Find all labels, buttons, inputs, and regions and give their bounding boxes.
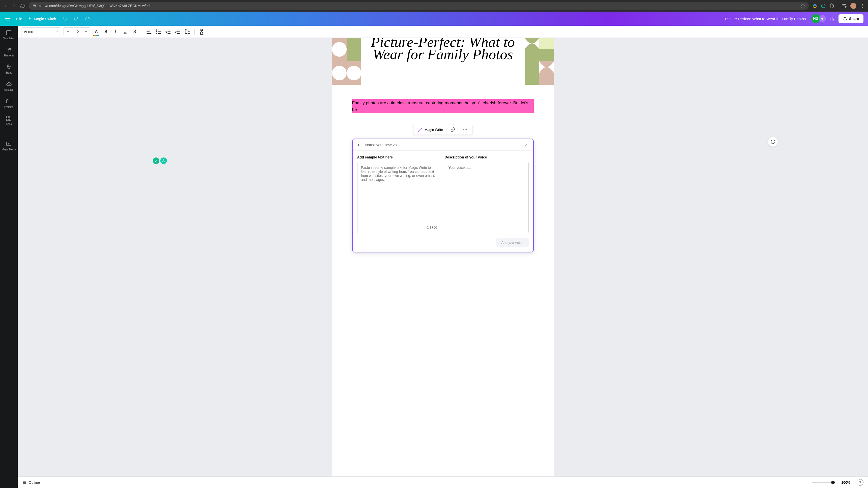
workspace: Templates Elements Brand Uploads Project… <box>0 26 868 488</box>
highlighted-text-selection[interactable]: Family photos are a timeless treasure, c… <box>352 99 534 113</box>
collaborator-cursor-1 <box>152 157 160 164</box>
kebab-menu-icon[interactable] <box>860 3 865 8</box>
site-settings-icon[interactable] <box>32 4 36 8</box>
bookmark-star-icon[interactable] <box>801 3 805 8</box>
format-painter-button[interactable] <box>198 28 205 35</box>
line-spacing-button[interactable] <box>184 28 191 35</box>
share-button[interactable]: Share <box>838 14 864 23</box>
elements-icon <box>6 47 12 53</box>
zoom-slider-thumb[interactable] <box>831 481 835 484</box>
profile-avatar[interactable] <box>850 3 857 9</box>
extension-icon-1[interactable] <box>821 3 826 8</box>
rail-elements[interactable]: Elements <box>3 47 14 57</box>
hamburger-menu-icon[interactable] <box>4 15 10 22</box>
rail-templates[interactable]: Templates <box>3 30 14 40</box>
font-family-select[interactable]: Arimo <box>21 28 61 36</box>
sample-text-textarea[interactable] <box>361 165 437 224</box>
drive-icon[interactable] <box>812 3 817 8</box>
more-options-button[interactable] <box>460 126 471 134</box>
svg-marker-2 <box>801 4 805 7</box>
document-page[interactable]: Picture-Perfect: What to Wear for Family… <box>332 38 554 477</box>
left-side-rail: Templates Elements Brand Uploads Project… <box>0 26 18 488</box>
decoration-left <box>332 38 361 85</box>
magic-write-button[interactable]: Magic Write <box>415 126 446 133</box>
rail-label: Brand <box>5 71 12 74</box>
cloud-sync-icon[interactable] <box>85 16 91 22</box>
page-script-title[interactable]: Picture-Perfect: What to Wear for Family… <box>370 38 516 61</box>
magic-media-icon <box>6 141 12 147</box>
chrome-right-icons <box>812 3 865 9</box>
svg-point-64 <box>466 130 467 130</box>
extensions-puzzle-icon[interactable] <box>830 3 834 8</box>
close-icon[interactable] <box>524 142 529 147</box>
undo-icon[interactable] <box>62 16 67 22</box>
bullet-list-button[interactable] <box>155 28 162 35</box>
collaborator-cursors <box>153 158 167 164</box>
voice-name-input[interactable] <box>365 142 521 147</box>
description-textarea[interactable] <box>448 165 525 229</box>
playlist-icon[interactable] <box>842 3 847 8</box>
canvas-scroll-area[interactable]: Picture-Perfect: What to Wear for Family… <box>18 38 868 477</box>
link-button[interactable] <box>447 126 458 134</box>
italic-button[interactable]: I <box>112 28 119 35</box>
rail-magic-media[interactable]: Magic Media <box>2 141 16 151</box>
collaborator-cursor-2 <box>160 158 167 164</box>
brand-icon <box>6 64 12 70</box>
align-button[interactable] <box>146 28 153 35</box>
svg-rect-55 <box>347 38 361 61</box>
magic-switch-button[interactable]: Magic Switch <box>28 17 56 21</box>
help-button[interactable]: ? <box>857 479 864 486</box>
rail-label: Templates <box>3 37 14 40</box>
back-arrow-icon[interactable] <box>357 142 362 147</box>
editor-area: Arimo − + A B I U S <box>18 26 868 488</box>
outdent-button[interactable] <box>165 28 172 35</box>
regenerate-floating-button[interactable] <box>768 137 778 147</box>
apps-icon <box>6 116 12 122</box>
page-header-decoration: Picture-Perfect: What to Wear for Family… <box>332 38 554 85</box>
character-counter: 0/3750 <box>427 226 437 229</box>
nav-forward-icon[interactable] <box>11 3 17 8</box>
magic-switch-label: Magic Switch <box>34 17 56 21</box>
redo-icon[interactable] <box>73 16 79 22</box>
analytics-icon[interactable] <box>830 16 835 22</box>
font-size-input[interactable] <box>72 28 82 36</box>
svg-point-12 <box>862 5 863 6</box>
svg-point-13 <box>862 7 863 8</box>
text-toolbar: Arimo − + A B I U S <box>18 26 868 38</box>
indent-button[interactable] <box>174 28 181 35</box>
svg-point-57 <box>347 66 361 80</box>
share-arrow-icon <box>843 17 847 21</box>
magic-write-floating-toolbar: Magic Write <box>413 125 473 135</box>
rail-uploads[interactable]: Uploads <box>4 81 13 91</box>
font-size-decrease[interactable]: − <box>64 28 72 36</box>
rail-projects[interactable]: Projects <box>4 98 13 108</box>
strikethrough-button[interactable]: S <box>131 28 138 35</box>
nav-back-icon[interactable] <box>3 3 8 8</box>
modal-footer: Analyze Voice <box>353 238 533 252</box>
add-collaborator-button[interactable] <box>819 15 826 22</box>
modal-body: Add sample text here 0/3750 Description … <box>353 151 533 238</box>
projects-icon <box>6 98 12 104</box>
svg-rect-0 <box>33 5 36 5</box>
bold-button[interactable]: B <box>102 28 110 35</box>
document-title[interactable]: Picture-Perfect: What to Wear for Family… <box>725 17 806 21</box>
text-color-button[interactable]: A <box>93 28 100 35</box>
reload-icon[interactable] <box>20 3 25 8</box>
url-bar[interactable]: canva.com/design/DAGHMggpUFs/_S3Q1cpWNKb… <box>29 2 809 10</box>
analyze-voice-button[interactable]: Analyze Voice <box>496 238 529 248</box>
font-size-increase[interactable]: + <box>82 28 90 36</box>
rail-apps[interactable]: Apps <box>6 116 12 126</box>
magic-write-label: Magic Write <box>425 128 443 132</box>
underline-button[interactable]: U <box>122 28 129 35</box>
bottom-status-bar: Outline 100% ? <box>18 477 868 488</box>
outline-toggle-button[interactable]: Outline <box>22 480 40 485</box>
description-label: Description of your voice <box>445 155 529 159</box>
chrome-separator <box>838 3 838 8</box>
svg-point-39 <box>156 31 157 32</box>
zoom-percentage[interactable]: 100% <box>841 481 850 485</box>
file-menu-button[interactable]: File <box>16 17 22 21</box>
zoom-slider[interactable] <box>812 482 835 483</box>
rail-label: Elements <box>3 54 14 57</box>
svg-rect-1 <box>33 6 36 7</box>
rail-brand[interactable]: Brand <box>5 64 12 74</box>
